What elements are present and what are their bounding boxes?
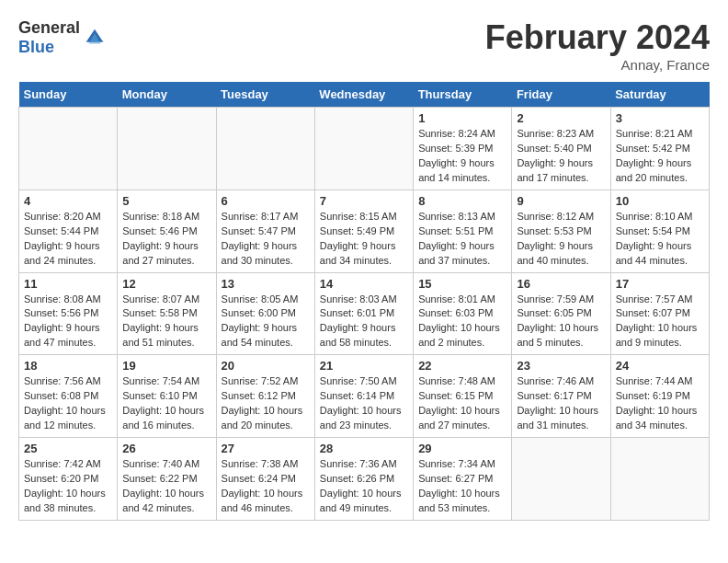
day-number: 19 xyxy=(122,359,210,373)
day-info: Sunrise: 8:12 AM Sunset: 5:53 PM Dayligh… xyxy=(517,210,605,269)
day-number: 15 xyxy=(418,277,506,291)
table-row: 6Sunrise: 8:17 AM Sunset: 5:47 PM Daylig… xyxy=(216,190,314,272)
day-info: Sunrise: 8:05 AM Sunset: 6:00 PM Dayligh… xyxy=(222,293,310,351)
title-area: February 2024 Annay, France xyxy=(485,18,710,73)
calendar-week-row: 11Sunrise: 8:08 AM Sunset: 5:56 PM Dayli… xyxy=(19,272,710,355)
day-info: Sunrise: 7:36 AM Sunset: 6:26 PM Dayligh… xyxy=(320,457,408,516)
day-info: Sunrise: 8:03 AM Sunset: 6:01 PM Dayligh… xyxy=(320,293,408,351)
day-number: 23 xyxy=(517,359,605,373)
day-number: 26 xyxy=(122,442,210,455)
day-number: 3 xyxy=(616,111,704,125)
day-number: 13 xyxy=(222,277,310,291)
table-row: 20Sunrise: 7:52 AM Sunset: 6:12 PM Dayli… xyxy=(216,355,314,438)
table-row: 2Sunrise: 8:23 AM Sunset: 5:40 PM Daylig… xyxy=(512,108,610,190)
day-info: Sunrise: 8:10 AM Sunset: 5:54 PM Dayligh… xyxy=(616,210,704,269)
day-number: 16 xyxy=(517,277,605,291)
day-number: 17 xyxy=(616,277,704,291)
table-row: 27Sunrise: 7:38 AM Sunset: 6:24 PM Dayli… xyxy=(216,438,314,521)
table-row: 24Sunrise: 7:44 AM Sunset: 6:19 PM Dayli… xyxy=(610,355,709,438)
calendar-week-row: 18Sunrise: 7:56 AM Sunset: 6:08 PM Dayli… xyxy=(19,355,710,438)
table-row: 25Sunrise: 7:42 AM Sunset: 6:20 PM Dayli… xyxy=(19,438,118,521)
table-row: 18Sunrise: 7:56 AM Sunset: 6:08 PM Dayli… xyxy=(19,355,118,438)
day-number: 28 xyxy=(320,442,408,455)
day-number: 11 xyxy=(24,277,112,291)
day-info: Sunrise: 7:50 AM Sunset: 6:14 PM Dayligh… xyxy=(320,374,408,433)
calendar-week-row: 25Sunrise: 7:42 AM Sunset: 6:20 PM Dayli… xyxy=(19,438,710,521)
col-thursday: Thursday xyxy=(414,82,512,108)
day-number: 18 xyxy=(24,359,112,373)
col-friday: Friday xyxy=(512,82,610,108)
day-info: Sunrise: 8:24 AM Sunset: 5:39 PM Dayligh… xyxy=(418,127,506,186)
table-row: 4Sunrise: 8:20 AM Sunset: 5:44 PM Daylig… xyxy=(19,190,118,272)
day-info: Sunrise: 7:57 AM Sunset: 6:07 PM Dayligh… xyxy=(616,293,704,351)
day-info: Sunrise: 7:59 AM Sunset: 6:05 PM Dayligh… xyxy=(517,293,605,351)
day-info: Sunrise: 7:48 AM Sunset: 6:15 PM Dayligh… xyxy=(418,374,506,433)
col-sunday: Sunday xyxy=(19,82,118,108)
day-number: 10 xyxy=(616,194,704,208)
table-row: 23Sunrise: 7:46 AM Sunset: 6:17 PM Dayli… xyxy=(512,355,610,438)
table-row: 26Sunrise: 7:40 AM Sunset: 6:22 PM Dayli… xyxy=(118,438,216,521)
col-monday: Monday xyxy=(118,82,216,108)
table-row: 17Sunrise: 7:57 AM Sunset: 6:07 PM Dayli… xyxy=(610,272,709,355)
day-info: Sunrise: 7:52 AM Sunset: 6:12 PM Dayligh… xyxy=(222,374,310,433)
calendar-table: Sunday Monday Tuesday Wednesday Thursday… xyxy=(18,82,710,521)
col-wednesday: Wednesday xyxy=(314,82,413,108)
month-title: February 2024 xyxy=(485,18,710,57)
table-row xyxy=(19,108,118,190)
day-info: Sunrise: 8:15 AM Sunset: 5:49 PM Dayligh… xyxy=(320,210,408,269)
day-number: 5 xyxy=(122,194,210,208)
calendar-week-row: 1Sunrise: 8:24 AM Sunset: 5:39 PM Daylig… xyxy=(19,108,710,190)
day-number: 4 xyxy=(24,194,112,208)
table-row xyxy=(118,108,216,190)
day-number: 22 xyxy=(418,359,506,373)
day-info: Sunrise: 8:20 AM Sunset: 5:44 PM Dayligh… xyxy=(24,210,112,269)
day-number: 6 xyxy=(222,194,310,208)
day-info: Sunrise: 8:01 AM Sunset: 6:03 PM Dayligh… xyxy=(418,293,506,351)
page-header: General Blue February 2024 Annay, France xyxy=(18,18,710,73)
day-number: 12 xyxy=(122,277,210,291)
day-info: Sunrise: 8:07 AM Sunset: 5:58 PM Dayligh… xyxy=(122,293,210,351)
day-number: 20 xyxy=(222,359,310,373)
day-number: 2 xyxy=(517,111,605,125)
day-info: Sunrise: 7:46 AM Sunset: 6:17 PM Dayligh… xyxy=(517,374,605,433)
day-info: Sunrise: 8:17 AM Sunset: 5:47 PM Dayligh… xyxy=(222,210,310,269)
day-info: Sunrise: 8:23 AM Sunset: 5:40 PM Dayligh… xyxy=(517,127,605,186)
col-saturday: Saturday xyxy=(610,82,709,108)
day-number: 14 xyxy=(320,277,408,291)
day-info: Sunrise: 7:42 AM Sunset: 6:20 PM Dayligh… xyxy=(24,457,112,516)
calendar-week-row: 4Sunrise: 8:20 AM Sunset: 5:44 PM Daylig… xyxy=(19,190,710,272)
day-number: 7 xyxy=(320,194,408,208)
day-number: 1 xyxy=(418,111,506,125)
table-row: 28Sunrise: 7:36 AM Sunset: 6:26 PM Dayli… xyxy=(314,438,413,521)
day-info: Sunrise: 7:40 AM Sunset: 6:22 PM Dayligh… xyxy=(122,457,210,516)
day-number: 8 xyxy=(418,194,506,208)
location: Annay, France xyxy=(485,57,710,73)
day-number: 9 xyxy=(517,194,605,208)
table-row: 13Sunrise: 8:05 AM Sunset: 6:00 PM Dayli… xyxy=(216,272,314,355)
table-row: 9Sunrise: 8:12 AM Sunset: 5:53 PM Daylig… xyxy=(512,190,610,272)
table-row: 15Sunrise: 8:01 AM Sunset: 6:03 PM Dayli… xyxy=(414,272,512,355)
table-row: 10Sunrise: 8:10 AM Sunset: 5:54 PM Dayli… xyxy=(610,190,709,272)
table-row: 29Sunrise: 7:34 AM Sunset: 6:27 PM Dayli… xyxy=(414,438,512,521)
table-row xyxy=(610,438,709,521)
calendar-header-row: Sunday Monday Tuesday Wednesday Thursday… xyxy=(19,82,710,108)
day-number: 29 xyxy=(418,442,506,455)
table-row: 22Sunrise: 7:48 AM Sunset: 6:15 PM Dayli… xyxy=(414,355,512,438)
table-row: 16Sunrise: 7:59 AM Sunset: 6:05 PM Dayli… xyxy=(512,272,610,355)
table-row: 14Sunrise: 8:03 AM Sunset: 6:01 PM Dayli… xyxy=(314,272,413,355)
day-info: Sunrise: 7:54 AM Sunset: 6:10 PM Dayligh… xyxy=(122,374,210,433)
day-number: 21 xyxy=(320,359,408,373)
table-row xyxy=(512,438,610,521)
table-row: 19Sunrise: 7:54 AM Sunset: 6:10 PM Dayli… xyxy=(118,355,216,438)
calendar-body: 1Sunrise: 8:24 AM Sunset: 5:39 PM Daylig… xyxy=(19,108,710,521)
day-number: 24 xyxy=(616,359,704,373)
table-row: 1Sunrise: 8:24 AM Sunset: 5:39 PM Daylig… xyxy=(414,108,512,190)
logo: General Blue xyxy=(18,18,108,57)
table-row: 5Sunrise: 8:18 AM Sunset: 5:46 PM Daylig… xyxy=(118,190,216,272)
day-info: Sunrise: 7:34 AM Sunset: 6:27 PM Dayligh… xyxy=(418,457,506,516)
table-row: 8Sunrise: 8:13 AM Sunset: 5:51 PM Daylig… xyxy=(414,190,512,272)
day-number: 25 xyxy=(24,442,112,455)
table-row: 21Sunrise: 7:50 AM Sunset: 6:14 PM Dayli… xyxy=(314,355,413,438)
day-info: Sunrise: 7:38 AM Sunset: 6:24 PM Dayligh… xyxy=(222,457,310,516)
table-row: 7Sunrise: 8:15 AM Sunset: 5:49 PM Daylig… xyxy=(314,190,413,272)
